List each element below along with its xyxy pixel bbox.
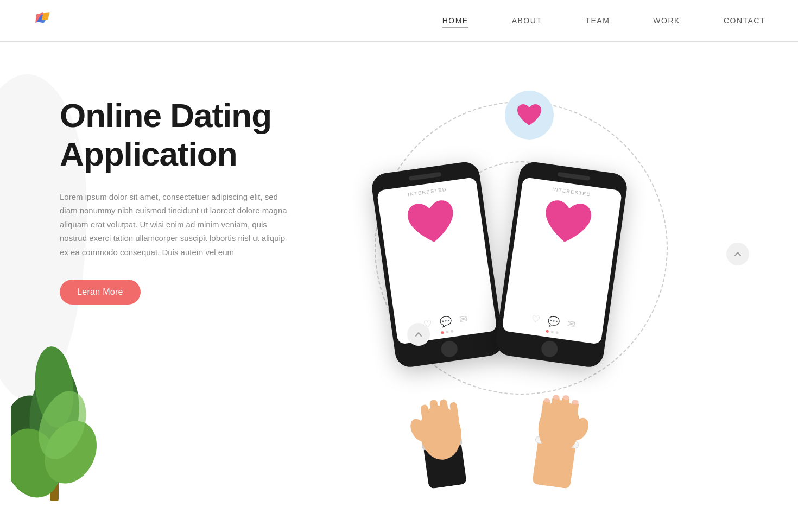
dot-r-3 xyxy=(555,331,559,334)
dot-1 xyxy=(441,331,444,334)
right-section: INTERESTED ♡ 💬 ✉ xyxy=(342,74,765,498)
phone-right: INTERESTED ♡ 💬 ✉ xyxy=(494,160,629,369)
phone-actions-left: ♡ 💬 ✉ xyxy=(423,313,468,331)
plant-decoration xyxy=(11,295,98,514)
nav-item-team[interactable]: TEAM xyxy=(585,16,610,26)
logo xyxy=(33,10,54,31)
arrow-right-button[interactable] xyxy=(726,243,749,265)
nav-item-work[interactable]: WORK xyxy=(653,16,680,26)
chat-action-icon: 💬 xyxy=(439,315,453,328)
phone-interested-label-left: INTERESTED xyxy=(408,187,447,198)
dot-r-2 xyxy=(550,331,554,334)
phone-left-container: INTERESTED ♡ 💬 ✉ xyxy=(385,183,494,487)
phone-home-btn-right xyxy=(540,340,559,358)
mail-action-icon-r: ✉ xyxy=(566,318,576,331)
phone-interested-label-right: INTERESTED xyxy=(552,187,592,198)
heart-bubble-circle xyxy=(505,91,554,140)
heart-bubble xyxy=(505,91,554,140)
heart-action-icon-r: ♡ xyxy=(531,313,541,326)
phone-notch-left xyxy=(409,172,442,181)
heart-icon-left xyxy=(401,195,462,251)
heart-bubble-icon xyxy=(516,103,543,128)
main-content: Online Dating Application Lorem ipsum do… xyxy=(0,42,798,514)
nav-links: HOME ABOUT TEAM WORK CONTACT xyxy=(442,16,765,26)
phone-screen-left: INTERESTED ♡ 💬 ✉ xyxy=(377,177,497,345)
nav-item-contact[interactable]: CONTACT xyxy=(724,16,765,26)
nav-item-home[interactable]: HOME xyxy=(442,16,468,26)
dot-r-1 xyxy=(546,330,549,333)
phone-heart-left xyxy=(401,195,463,258)
phone-actions-right: ♡ 💬 ✉ xyxy=(531,313,576,331)
heart-icon-right xyxy=(537,195,598,251)
chevron-up-icon xyxy=(414,330,423,339)
nav-item-about[interactable]: ABOUT xyxy=(512,16,542,26)
dot-3 xyxy=(450,330,453,333)
mail-action-icon: ✉ xyxy=(458,313,468,326)
plant-icon xyxy=(11,295,98,512)
hand-left-illustration xyxy=(388,362,491,492)
hero-description: Lorem ipsum dolor sit amet, consectetuer… xyxy=(60,190,288,259)
left-section: Online Dating Application Lorem ipsum do… xyxy=(60,74,320,305)
chevron-up-right-icon xyxy=(733,250,742,258)
arrow-left-button[interactable] xyxy=(407,323,430,346)
phone-screen-right: INTERESTED ♡ 💬 ✉ xyxy=(502,177,622,345)
phone-left: INTERESTED ♡ 💬 ✉ xyxy=(370,160,505,369)
phone-dots-right xyxy=(546,330,558,334)
phone-notch-right xyxy=(558,172,591,181)
phone-right-container: INTERESTED ♡ 💬 ✉ xyxy=(505,183,613,487)
navbar: HOME ABOUT TEAM WORK CONTACT xyxy=(0,0,798,42)
logo-icon xyxy=(33,10,54,31)
phone-home-btn-left xyxy=(440,340,459,358)
hand-right-illustration xyxy=(508,362,610,492)
dot-2 xyxy=(445,331,448,334)
learn-more-button[interactable]: Leran More xyxy=(60,280,141,305)
phone-heart-right xyxy=(536,195,597,258)
phone-dots-left xyxy=(441,330,453,334)
page-title: Online Dating Application xyxy=(60,96,320,174)
chat-action-icon-r: 💬 xyxy=(547,315,560,328)
